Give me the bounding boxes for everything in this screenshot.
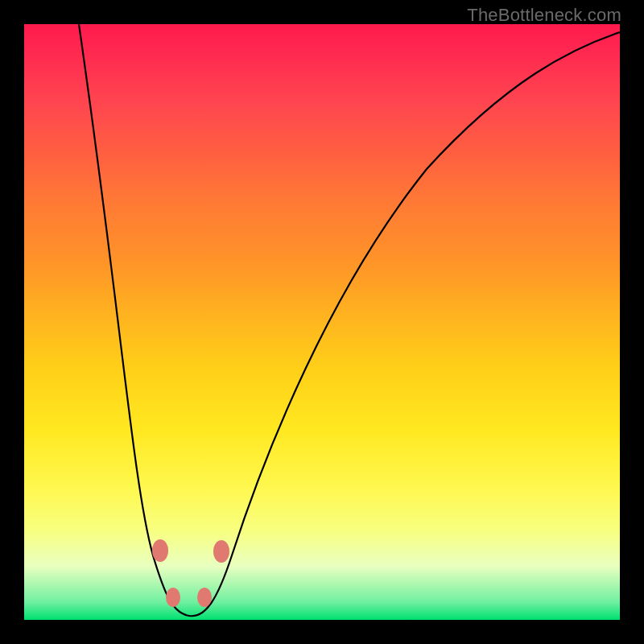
marker-dot xyxy=(213,540,229,563)
chart-svg xyxy=(24,24,620,620)
marker-dot xyxy=(166,588,180,607)
plot-area xyxy=(24,24,620,620)
watermark-text: TheBottleneck.com xyxy=(467,5,621,26)
outer-frame: TheBottleneck.com xyxy=(0,0,644,644)
bottleneck-curve xyxy=(79,24,620,616)
marker-dot xyxy=(197,588,212,607)
marker-dot xyxy=(152,539,168,562)
